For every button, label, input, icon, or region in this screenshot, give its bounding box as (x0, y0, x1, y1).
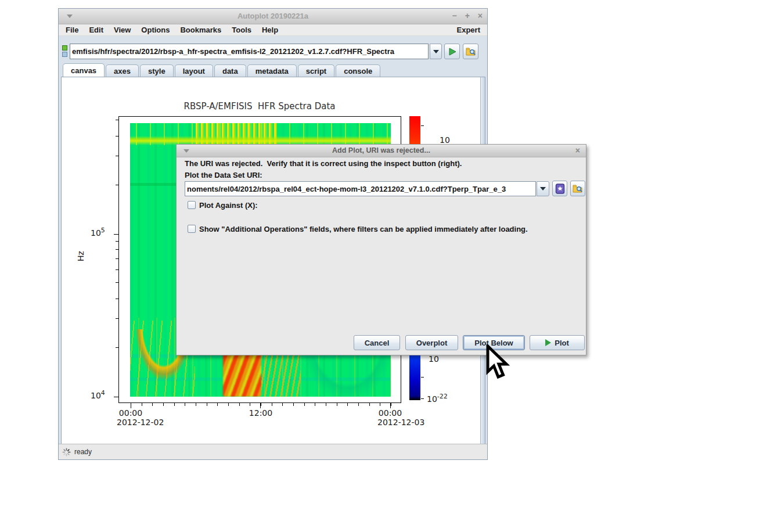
inspect-uri-button[interactable] (463, 44, 478, 59)
dialog-uri-input[interactable] (185, 181, 536, 196)
tab-axes[interactable]: axes (106, 64, 139, 77)
x-tick-label: 00:00 (370, 408, 411, 418)
tab-bar: canvas axes style layout data metadata s… (59, 64, 487, 77)
tab-script[interactable]: script (298, 64, 334, 77)
menu-edit[interactable]: Edit (89, 26, 103, 34)
tab-canvas[interactable]: canvas (63, 63, 105, 77)
tab-metadata[interactable]: metadata (247, 64, 297, 77)
x-major-tick (260, 403, 261, 408)
y-minor-tick (116, 299, 118, 299)
y-minor-tick (116, 156, 118, 156)
dialog-uri-dropdown-button[interactable] (537, 181, 549, 196)
chevron-down-icon (433, 50, 439, 53)
y-minor-tick (116, 136, 118, 136)
plot-against-label: Plot Against (X): (199, 201, 258, 210)
colorbar-tick (421, 398, 424, 399)
expert-mode-label[interactable]: Expert (457, 26, 480, 34)
colorbar-label-top: 10 (440, 135, 450, 145)
menu-tools[interactable]: Tools (232, 26, 251, 34)
tab-layout[interactable]: layout (175, 64, 213, 77)
bookmark-icon (555, 184, 565, 194)
y-minor-tick (116, 282, 118, 283)
show-operations-label: Show "Additional Operations" fields, whe… (199, 225, 528, 233)
x-minor-ticks (131, 403, 391, 406)
menu-file[interactable]: File (66, 26, 78, 34)
colorbar-tick (421, 377, 424, 378)
folder-search-icon (466, 47, 476, 56)
plot-button[interactable]: Plot (530, 335, 585, 350)
dialog-close-icon[interactable]: × (575, 146, 580, 155)
colorbar-label-bottom: 10-22 (427, 393, 448, 404)
go-button[interactable] (444, 44, 460, 59)
menu-bar: File Edit View Options Bookmarks Tools H… (59, 24, 487, 36)
y-minor-tick (116, 241, 118, 242)
dialog-inspect-button[interactable] (570, 181, 585, 196)
menu-options[interactable]: Options (141, 26, 170, 34)
colorbar-tick (421, 125, 424, 126)
dialog-uri-label: Plot the Data Set URI: (185, 171, 262, 179)
y-minor-tick (116, 258, 118, 259)
play-icon (545, 339, 551, 346)
colorbar-label-mid: 10 (429, 354, 439, 364)
x-major-tick (390, 403, 391, 408)
y-tick-label-1e5: 105 (91, 227, 105, 238)
x-tick-label: 00:00 (110, 408, 151, 418)
window-titlebar[interactable]: Autoplot 20190221a − + × (59, 9, 487, 24)
uri-dropdown-button[interactable] (430, 44, 442, 59)
x-tick-label: 12:00 (240, 408, 281, 418)
play-icon (448, 47, 457, 56)
menu-help[interactable]: Help (262, 26, 278, 34)
x-major-tick (131, 403, 131, 408)
folder-search-icon (573, 184, 583, 193)
tab-style[interactable]: style (140, 64, 174, 77)
maximize-button[interactable]: + (465, 11, 470, 20)
overplot-button[interactable]: Overplot (405, 335, 458, 350)
layout-indicator-icon (62, 45, 69, 57)
y-major-tick (114, 234, 118, 235)
menu-bookmarks[interactable]: Bookmarks (180, 26, 221, 34)
x-date-label: 2012-12-02 (117, 418, 164, 427)
tab-data[interactable]: data (214, 64, 246, 77)
y-axis-label: Hz (76, 244, 85, 261)
plot-against-checkbox[interactable] (188, 201, 196, 209)
y-minor-tick (116, 318, 118, 319)
cancel-button[interactable]: Cancel (354, 335, 400, 350)
y-minor-tick (116, 249, 118, 250)
status-bar: ready (59, 444, 487, 459)
tab-console[interactable]: console (336, 64, 380, 77)
dialog-message: The URI was rejected. Verify that it is … (185, 159, 462, 168)
y-minor-tick (116, 120, 118, 120)
uri-address-input[interactable] (70, 44, 429, 59)
y-minor-tick (116, 269, 118, 270)
menu-view[interactable]: View (114, 26, 131, 34)
minimize-button[interactable]: − (452, 11, 456, 20)
dialog-title: Add Plot, URI was rejected... (177, 146, 586, 154)
status-text: ready (74, 448, 92, 456)
add-plot-dialog: Add Plot, URI was rejected... × The URI … (176, 144, 586, 355)
window-title: Autoplot 20190221a (59, 12, 487, 20)
plot-title: RBSP-A/EMFISIS HFR Spectra Data (118, 101, 401, 112)
y-minor-tick (116, 347, 118, 348)
y-major-tick (114, 397, 118, 397)
close-button[interactable]: × (478, 11, 483, 20)
y-minor-tick (116, 185, 118, 185)
busy-spinner-icon (62, 448, 71, 456)
mouse-cursor (484, 344, 510, 380)
chevron-down-icon (540, 187, 546, 190)
show-operations-checkbox[interactable] (188, 225, 196, 233)
x-date-label: 2012-12-03 (377, 418, 424, 427)
dialog-titlebar[interactable]: Add Plot, URI was rejected... × (177, 145, 586, 157)
bookmark-button[interactable] (552, 181, 567, 196)
y-tick-label-1e4: 104 (91, 389, 105, 400)
